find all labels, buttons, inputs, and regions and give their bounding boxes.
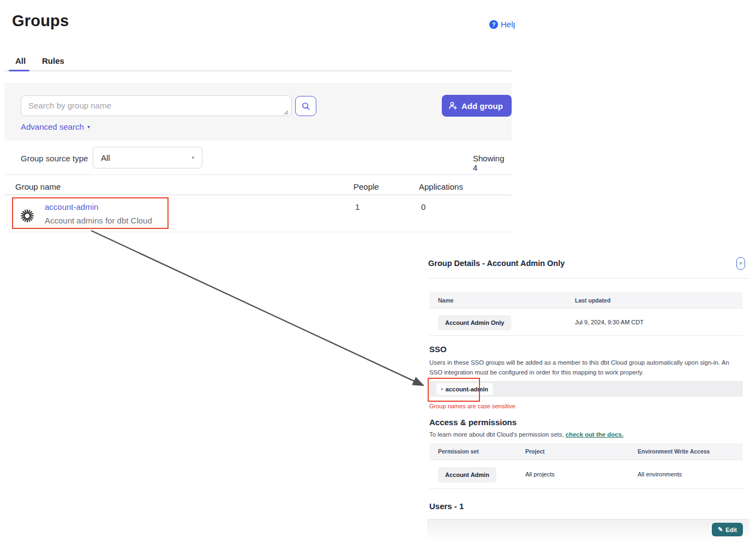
caret-down-icon: ▾ [191, 155, 194, 160]
user-plus-icon [448, 101, 458, 110]
users-heading: Users - 1 [429, 501, 464, 511]
pencil-icon: ✎ [718, 526, 723, 533]
tabs-baseline [4, 70, 512, 71]
divider [4, 174, 512, 175]
access-permissions-heading: Access & permissions [429, 418, 517, 427]
group-row-link[interactable]: account-admin [45, 202, 98, 211]
column-header-group-name: Group name [15, 182, 61, 191]
help-label: Help [501, 20, 515, 29]
column-header-applications: Applications [419, 182, 463, 191]
edit-button[interactable]: ✎ Edit [712, 523, 743, 536]
page-title: Groups [12, 12, 69, 30]
environment-cell: All environments [638, 471, 682, 478]
permission-set-cell: Account Admin [429, 469, 525, 479]
tab-all[interactable]: All [15, 56, 26, 65]
group-source-type-select[interactable]: All ▾ [93, 147, 202, 168]
filter-panel: Advanced search ▾ Add group [4, 83, 512, 141]
caret-down-icon: ▾ [87, 124, 90, 130]
sso-case-sensitive-warning: Group names are case sensitive [429, 403, 515, 409]
group-row-applications-count: 0 [421, 202, 425, 211]
help-link[interactable]: ? Help [489, 20, 515, 29]
search-icon [302, 102, 310, 111]
docs-link[interactable]: check out the docs. [566, 431, 623, 438]
advanced-search-label: Advanced search [21, 122, 84, 131]
panel-footer: ✎ Edit [427, 519, 749, 539]
header-name: Name [429, 297, 575, 304]
divider [427, 278, 749, 279]
group-source-type-value: All [101, 153, 110, 162]
search-button[interactable] [295, 96, 316, 116]
search-input[interactable] [21, 95, 292, 116]
header-last-updated: Last updated [575, 297, 610, 304]
group-sunburst-icon [20, 208, 35, 223]
project-cell: All projects [525, 471, 638, 478]
permissions-table-header: Permission set Project Environment Write… [429, 443, 743, 460]
edit-button-label: Edit [725, 527, 737, 533]
column-header-people: People [353, 182, 379, 191]
permissions-table-row: Account Admin All projects All environme… [429, 460, 743, 489]
header-permission-set: Permission set [429, 448, 525, 455]
bullet-icon: • [441, 386, 443, 391]
group-name-chip: Account Admin Only [438, 315, 511, 330]
groups-page: Groups ? Help All Rules Advanced search … [0, 0, 756, 550]
group-details-panel: Group Details - Account Admin Only × Nam… [427, 252, 749, 549]
header-environment-write-access: Environment Write Access [638, 448, 710, 455]
header-project: Project [525, 448, 638, 455]
tab-rules[interactable]: Rules [42, 56, 64, 65]
add-group-label: Add group [461, 101, 503, 111]
divider [4, 232, 512, 232]
advanced-search-link[interactable]: Advanced search ▾ [21, 122, 90, 131]
name-cell: Account Admin Only [429, 317, 575, 327]
sso-group-chip-label: account-admin [446, 386, 488, 392]
add-group-button[interactable]: Add group [442, 95, 512, 117]
group-source-type-label: Group source type [21, 154, 88, 163]
group-row-people-count: 1 [355, 202, 359, 211]
showing-count: Showing 4 [473, 154, 511, 172]
name-table: Name Last updated Account Admin Only Jul… [429, 292, 743, 336]
access-description: To learn more about dbt Cloud's permissi… [429, 431, 623, 438]
name-table-header: Name Last updated [429, 292, 743, 309]
access-description-text: To learn more about dbt Cloud's permissi… [429, 431, 566, 438]
sso-description: Users in these SSO groups will be added … [429, 358, 742, 378]
sso-group-chip[interactable]: • account-admin [436, 383, 493, 395]
permission-set-chip: Account Admin [438, 467, 496, 482]
tab-active-indicator [9, 70, 29, 71]
divider [4, 195, 512, 195]
close-icon[interactable]: × [736, 257, 745, 270]
permissions-table: Permission set Project Environment Write… [429, 443, 743, 489]
name-table-row: Account Admin Only Jul 9, 2024, 9:30 AM … [429, 309, 743, 336]
group-row-description: Account admins for dbt Cloud [45, 216, 152, 225]
last-updated-cell: Jul 9, 2024, 9:30 AM CDT [575, 319, 644, 325]
sso-groups-bar: • account-admin [429, 381, 743, 397]
help-question-icon: ? [489, 20, 498, 29]
panel-title: Group Details - Account Admin Only [428, 259, 565, 268]
sso-heading: SSO [429, 344, 447, 354]
